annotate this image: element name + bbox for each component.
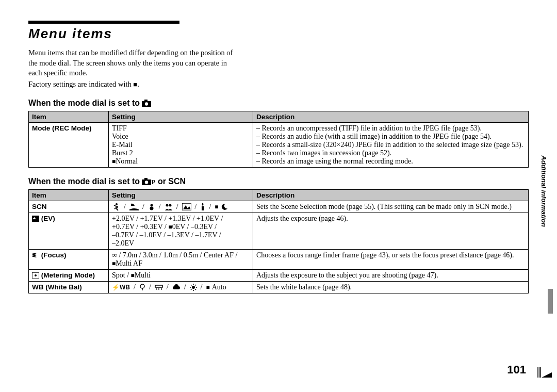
cloud-icon	[172, 284, 181, 290]
square-icon	[206, 283, 209, 291]
svg-point-2	[145, 103, 148, 106]
section2-heading: When the mode dial is set to P or SCN	[28, 177, 529, 186]
row-desc: Chooses a focus range finder frame (page…	[253, 250, 529, 270]
svg-point-24	[192, 286, 195, 289]
col-setting: Setting	[109, 111, 253, 123]
beach-icon	[129, 203, 139, 210]
row-item: ± (EV)	[29, 213, 109, 250]
moon-icon	[221, 203, 228, 210]
row-desc: Records an uncompressed (TIFF) file in a…	[253, 123, 529, 168]
col-item: Item	[29, 190, 109, 201]
row-setting: ∞ / 7.0m / 3.0m / 1.0m / 0.5m / Center A…	[109, 250, 253, 270]
row-desc: Adjusts the exposure to the subject you …	[253, 270, 529, 282]
svg-point-8	[150, 207, 153, 210]
svg-rect-4	[144, 178, 148, 180]
svg-point-6	[116, 203, 118, 205]
row-item: WB (White Bal)	[29, 282, 109, 293]
table-row: WB (White Bal) ⚡WB / / / / / Auto Sets t…	[29, 282, 529, 293]
side-tab-mark	[548, 289, 553, 314]
row-item: SCN	[29, 201, 109, 213]
col-setting: Setting	[109, 190, 253, 201]
row-item: ᓬ (Focus)	[29, 250, 109, 270]
intro-p2: Factory settings are indicated with .	[28, 79, 235, 90]
svg-line-31	[191, 289, 192, 290]
intro-text: Menu items that can be modified differ d…	[28, 48, 529, 89]
svg-line-30	[195, 289, 196, 290]
page-title: Menu items	[28, 26, 529, 42]
section1-heading: When the mode dial is set to	[28, 99, 529, 108]
row-desc: Adjusts the exposure (page 46).	[253, 213, 529, 250]
row-setting: / / / / / /	[109, 201, 253, 213]
svg-point-10	[169, 204, 171, 207]
row-setting: TIFF Voice E-Mail Burst 2 Normal	[109, 123, 253, 168]
svg-text:±: ±	[33, 216, 36, 221]
row-desc: Sets the Scene Selection mode (page 55).…	[253, 201, 529, 213]
svg-point-18	[140, 284, 144, 288]
square-icon	[215, 203, 218, 211]
col-desc: Description	[253, 111, 529, 123]
side-tab-label: Additional information	[540, 155, 548, 227]
svg-rect-1	[144, 100, 148, 102]
incandescent-icon	[139, 284, 145, 291]
table-row: Mode (REC Mode) TIFF Voice E-Mail Burst …	[29, 123, 529, 168]
camera-icon	[142, 178, 151, 185]
col-item: Item	[29, 111, 109, 123]
svg-line-32	[195, 285, 196, 286]
camera-icon	[142, 100, 151, 107]
snow-icon	[148, 203, 155, 210]
row-desc: Sets the white balance (page 48).	[253, 282, 529, 293]
people-icon	[165, 203, 173, 210]
row-item: (Metering Mode)	[29, 270, 109, 282]
col-desc: Description	[253, 190, 529, 201]
svg-point-17	[35, 274, 37, 276]
svg-text:ᓬ: ᓬ	[32, 252, 37, 258]
person-run-icon	[112, 203, 120, 211]
table-row: SCN / / / / / / Sets the Scene Selection…	[29, 201, 529, 213]
svg-point-9	[166, 204, 168, 207]
focus-icon: ᓬ	[32, 252, 39, 258]
candle-icon	[200, 203, 205, 211]
table-row: (Metering Mode) Spot / Multi Adjusts the…	[29, 270, 529, 282]
table-row: ᓬ (Focus) ∞ / 7.0m / 3.0m / 1.0m / 0.5m …	[29, 250, 529, 270]
row-setting: ⚡WB / / / / / Auto	[109, 282, 253, 293]
square-icon	[131, 271, 135, 279]
intro-p1: Menu items that can be modified differ d…	[28, 48, 235, 78]
svg-rect-12	[202, 206, 204, 210]
page-number: 101	[507, 363, 526, 377]
square-icon	[168, 223, 172, 231]
sun-icon	[190, 284, 197, 291]
fluorescent-icon	[155, 284, 163, 290]
ev-icon: ±	[32, 216, 39, 222]
svg-line-29	[191, 285, 192, 286]
row-setting: +2.0EV / +1.7EV / +1.3EV / +1.0EV / +0.7…	[109, 213, 253, 250]
metering-icon	[32, 272, 39, 279]
table-section1: Item Setting Description Mode (REC Mode)…	[28, 111, 529, 168]
table-section2: Item Setting Description SCN / / / / / /	[28, 189, 529, 293]
row-item: Mode (REC Mode)	[29, 123, 109, 168]
svg-point-7	[150, 204, 153, 207]
landscape-icon	[182, 203, 191, 210]
table-row: ± (EV) +2.0EV / +1.7EV / +1.3EV / +1.0EV…	[29, 213, 529, 250]
svg-point-5	[145, 181, 148, 184]
corner-decoration: |||	[537, 366, 552, 378]
svg-rect-20	[155, 285, 162, 287]
row-setting: Spot / Multi	[109, 270, 253, 282]
